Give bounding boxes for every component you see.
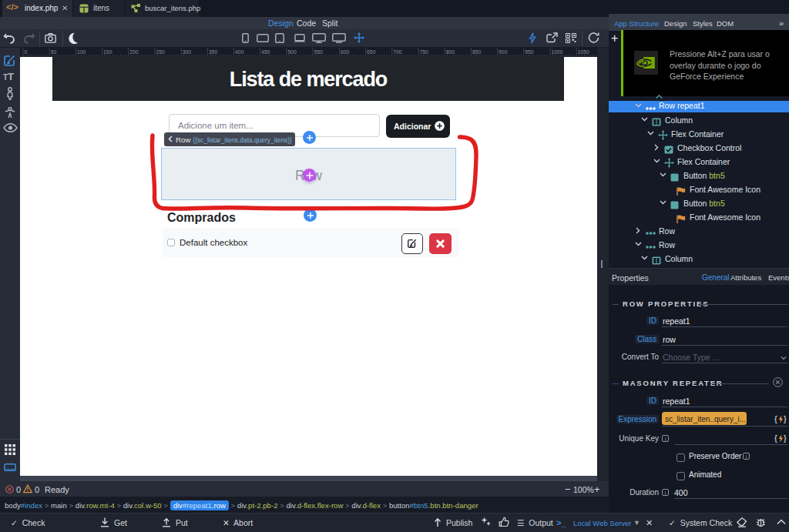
- svg-text:1050: 1050: [578, 49, 589, 55]
- svg-text:150: 150: [103, 49, 112, 55]
- svg-text:1000: 1000: [552, 49, 563, 55]
- svg-text:600: 600: [341, 49, 350, 55]
- svg-text:650: 650: [367, 49, 376, 55]
- svg-text:750: 750: [420, 49, 429, 55]
- svg-text:50: 50: [51, 49, 57, 55]
- svg-text:350: 350: [209, 49, 218, 55]
- svg-text:700: 700: [393, 49, 402, 55]
- svg-text:0: 0: [25, 49, 28, 55]
- svg-text:900: 900: [499, 49, 508, 55]
- svg-text:200: 200: [129, 49, 139, 55]
- svg-text:500: 500: [288, 49, 297, 55]
- svg-text:550: 550: [314, 49, 324, 55]
- svg-text:450: 450: [261, 49, 270, 55]
- svg-text:400: 400: [235, 49, 244, 55]
- svg-text:100: 100: [77, 49, 86, 55]
- svg-text:850: 850: [472, 49, 482, 55]
- svg-text:300: 300: [183, 49, 192, 55]
- svg-text:800: 800: [446, 49, 455, 55]
- svg-text:250: 250: [156, 49, 166, 55]
- svg-text:950: 950: [525, 49, 534, 55]
